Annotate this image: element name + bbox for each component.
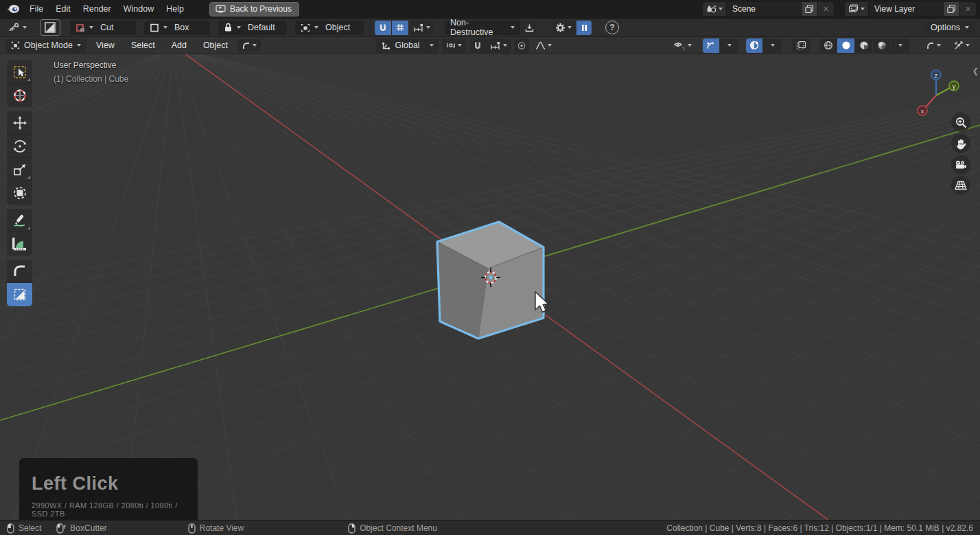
menu-add[interactable]: Add <box>165 38 194 52</box>
chevron-down-icon <box>458 44 462 47</box>
new-view-layer-button[interactable] <box>943 2 959 16</box>
overlays-toggle[interactable] <box>746 38 762 53</box>
view-layer-name[interactable]: View Layer <box>869 2 943 16</box>
menu-select[interactable]: Select <box>124 38 162 52</box>
viewport-3d[interactable]: User Perspective (1) Collection | Cube <box>0 54 980 520</box>
operation-label: Object <box>325 23 350 32</box>
pipe-group: Non-Destructive <box>445 21 537 35</box>
overlays-icon <box>749 41 759 50</box>
hint-rotate-view-label: Rotate View <box>200 523 244 533</box>
shading-wireframe-button[interactable] <box>819 38 837 53</box>
falloff-dropdown[interactable] <box>532 38 555 53</box>
blender-logo-icon[interactable] <box>5 3 21 15</box>
corner-curve-icon <box>926 42 935 49</box>
cursor-3d-icon <box>12 88 27 103</box>
mode-dropdown[interactable]: Object Mode <box>5 38 86 53</box>
gizmos-toggle[interactable] <box>703 38 719 53</box>
chevron-down-icon <box>511 26 515 29</box>
remove-view-layer-button[interactable]: ✕ <box>959 2 976 16</box>
operation-dropdown[interactable]: Object <box>295 21 364 35</box>
xray-toggle[interactable] <box>792 38 810 53</box>
menu-file[interactable]: File <box>23 2 49 16</box>
unlink-scene-button[interactable]: ✕ <box>817 2 834 16</box>
wireframe-icon <box>824 41 833 50</box>
increment-snap-icon <box>413 23 424 32</box>
topbar: File Edit Render Window Help Back to Pre… <box>0 0 980 18</box>
active-tool-button[interactable] <box>40 19 60 36</box>
duplicate-icon <box>947 5 956 14</box>
viewport-snap-toggle[interactable] <box>469 38 486 53</box>
tool-corner[interactable] <box>7 260 32 283</box>
snap-grid-button[interactable] <box>392 21 408 35</box>
active-tool-dropdown[interactable] <box>5 21 30 35</box>
pan-button[interactable] <box>951 134 970 153</box>
screencast-action: Left Click <box>32 473 185 494</box>
tool-annotate[interactable] <box>7 209 32 232</box>
gizmo-group <box>703 38 739 53</box>
corner-widget-dropdown[interactable] <box>921 38 946 53</box>
help-button[interactable]: ? <box>605 21 619 34</box>
gear-icon <box>555 23 565 33</box>
chevron-down-icon <box>771 44 775 47</box>
camera-view-button[interactable] <box>951 155 970 174</box>
menu-window[interactable]: Window <box>117 2 160 16</box>
scene-name[interactable]: Scene <box>727 2 801 16</box>
zoom-button[interactable] <box>951 113 970 132</box>
browse-scene-button[interactable] <box>703 2 727 16</box>
menu-object[interactable]: Object <box>196 38 235 52</box>
perspective-toggle-button[interactable] <box>951 176 970 195</box>
tool-measure[interactable] <box>7 232 32 255</box>
gizmos-dropdown[interactable] <box>720 38 739 53</box>
pipe-mode-label: Non-Destructive <box>450 18 506 37</box>
options-dropdown[interactable]: Options <box>925 21 975 35</box>
overlays-dropdown[interactable] <box>763 38 782 53</box>
shading-material-button[interactable] <box>855 38 872 53</box>
mode-preset-dropdown[interactable]: Default <box>218 21 287 35</box>
tool-cursor[interactable] <box>7 84 32 107</box>
visibility-dropdown[interactable] <box>670 38 696 53</box>
menu-help[interactable]: Help <box>160 2 190 16</box>
new-scene-button[interactable] <box>801 2 817 16</box>
proportional-edit-toggle[interactable] <box>514 38 529 53</box>
hint-boxcutter: BoxCutter <box>56 523 106 534</box>
mouse-drag-icon <box>56 523 66 534</box>
browse-view-layer-button[interactable] <box>845 2 869 16</box>
mode-preset-label: Default <box>248 23 275 32</box>
viewport-breadcrumb: (1) Collection | Cube <box>54 74 128 84</box>
tool-boxcutter[interactable] <box>7 283 32 306</box>
cube-object[interactable] <box>437 222 544 339</box>
shading-rendered-button[interactable] <box>873 38 890 53</box>
tool-scale[interactable] <box>7 158 32 181</box>
viewport-snap-dropdown[interactable] <box>487 38 511 53</box>
apply-button[interactable] <box>521 21 537 35</box>
pause-button[interactable] <box>576 21 592 35</box>
tool-rotate[interactable] <box>7 135 32 158</box>
cut-mode-dropdown[interactable]: Cut <box>70 21 136 35</box>
shape-dropdown[interactable]: Box <box>144 21 210 35</box>
hint-rotate-view: Rotate View <box>188 523 244 534</box>
shading-solid-button[interactable] <box>837 38 854 53</box>
orientation-dropdown[interactable]: Global <box>376 38 439 53</box>
pipe-mode-dropdown[interactable]: Non-Destructive <box>445 21 520 35</box>
snap-toggle-button[interactable] <box>375 21 391 35</box>
swap-widget-dropdown[interactable] <box>948 38 975 53</box>
settings-group <box>551 21 592 35</box>
snap-target-dropdown[interactable] <box>409 21 434 35</box>
shading-dropdown[interactable] <box>891 38 910 53</box>
tool-move[interactable] <box>7 111 32 135</box>
menu-render[interactable]: Render <box>77 2 117 16</box>
navigation-gizmo[interactable]: z y x <box>911 68 961 117</box>
sidebar-collapse-arrow[interactable]: ❮ <box>972 67 979 76</box>
scene-selector: Scene ✕ <box>703 2 834 16</box>
pivot-dropdown[interactable] <box>442 38 467 53</box>
tool-curve-dropdown[interactable] <box>237 39 261 52</box>
menu-view[interactable]: View <box>89 38 121 52</box>
chevron-down-icon <box>163 26 167 29</box>
back-to-previous-button[interactable]: Back to Previous <box>209 2 299 16</box>
settings-dropdown[interactable] <box>551 21 576 35</box>
menu-edit[interactable]: Edit <box>49 2 77 16</box>
tool-select-box[interactable] <box>7 60 32 84</box>
scene-statistics: Collection | Cube | Verts:8 | Faces:6 | … <box>666 523 973 533</box>
back-button-label: Back to Previous <box>230 4 292 14</box>
tool-transform[interactable] <box>7 181 32 205</box>
